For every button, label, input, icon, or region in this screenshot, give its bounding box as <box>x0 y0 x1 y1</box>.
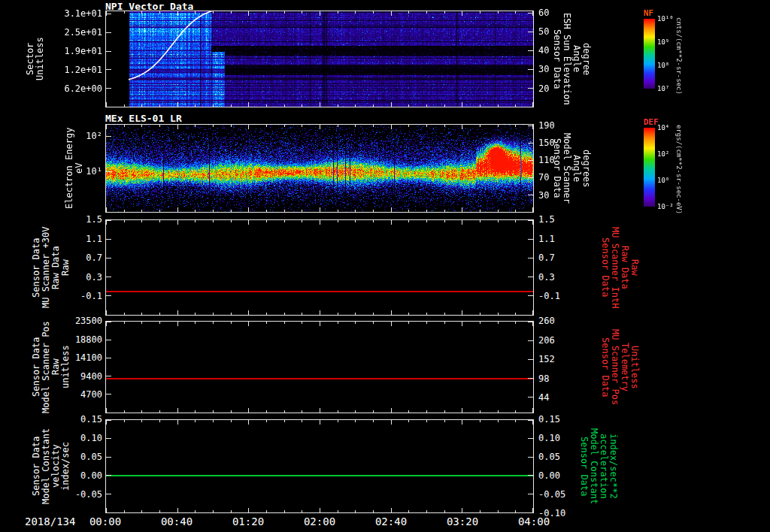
axis-label-line: Raw <box>61 219 71 316</box>
x-tick-mark <box>124 220 125 222</box>
x-tick-mark <box>462 408 462 413</box>
axis-label-line: Telemetry <box>620 321 629 413</box>
y-tick-mark <box>528 475 533 476</box>
y-tick-mark <box>528 420 533 421</box>
x-tick-mark <box>124 410 125 413</box>
x-tick-mark <box>177 508 178 512</box>
panel-4-right-axis-label: Sensor DataMU Scanner PosTelemetryUnitle… <box>600 321 639 413</box>
x-tick-mark <box>302 410 302 413</box>
x-tick-mark <box>302 322 302 324</box>
x-tick-mark <box>124 11 125 14</box>
x-tick-mark <box>480 210 480 212</box>
colorbar-tick-label: 10⁻² <box>657 203 674 210</box>
x-tick-mark <box>284 322 285 324</box>
x-tick-mark <box>480 313 480 315</box>
axis-label-line: Unitless <box>35 11 45 107</box>
x-tick-mark <box>266 210 267 212</box>
x-tick-mark <box>213 11 214 14</box>
x-tick-mark <box>213 104 214 107</box>
x-tick-mark <box>338 104 338 107</box>
x-tick-mark <box>266 125 267 127</box>
x-tick-mark <box>106 508 107 512</box>
x-tick-mark <box>320 220 320 225</box>
y-tick-mark <box>106 258 111 258</box>
x-tick-mark <box>408 210 409 212</box>
x-tick-mark <box>498 420 499 422</box>
x-tick-mark <box>159 510 160 512</box>
x-tick-mark <box>355 410 356 413</box>
x-tick-mark <box>408 322 409 324</box>
x-tick-mark <box>248 220 249 225</box>
y-tick-label: -0.1 <box>538 291 560 301</box>
panel-3-left-axis-label: Sensor DataMU Scanner +30VRaw DataRaw <box>32 219 71 316</box>
axis-label-line: degree <box>581 11 591 107</box>
y-tick-mark <box>528 160 533 161</box>
y-tick-label: 0.00 <box>538 470 560 481</box>
x-tick-mark <box>515 410 516 413</box>
x-tick-mark <box>248 420 249 425</box>
x-tick-mark <box>302 220 302 222</box>
x-tick-mark <box>106 220 107 225</box>
x-tick-mark <box>462 420 462 425</box>
x-tick-mark <box>498 322 499 324</box>
y-tick-mark <box>106 340 111 340</box>
x-tick-mark <box>213 210 214 212</box>
x-tick-mark <box>159 210 160 212</box>
y-tick-mark <box>528 494 533 494</box>
x-tick-mark <box>248 125 249 129</box>
x-tick-mark <box>408 410 409 413</box>
x-tick-mark <box>141 11 142 14</box>
x-tick-mark <box>141 410 142 413</box>
x-tick-mark <box>391 508 392 512</box>
x-tick-mark <box>498 104 499 107</box>
y-tick-mark <box>106 322 111 322</box>
x-tick-mark <box>195 104 196 107</box>
x-tick-mark <box>373 210 374 212</box>
colorbar-1-name: NF <box>644 9 653 18</box>
x-tick-mark <box>195 313 196 315</box>
x-tick-mark <box>177 11 178 16</box>
axis-label-line: Angle <box>571 11 581 107</box>
x-tick-mark <box>338 11 338 14</box>
colorbar-1-unit-label: cnts/(cm**2-sr-sec) <box>675 10 683 102</box>
panel-2-left-axis-label: Electron EnergyeV <box>65 124 84 213</box>
x-tick-mark <box>320 310 320 315</box>
colorbar-2-unit-label: ergs/(cm**2-sr-sec-eV) <box>675 119 683 220</box>
axis-label-line: Model Constant <box>589 419 599 513</box>
x-tick-mark <box>124 125 125 127</box>
y-tick-mark <box>106 69 111 70</box>
x-tick-mark <box>231 410 232 413</box>
panel2-title: MEx ELS-01 LR <box>105 113 182 124</box>
x-tick-mark <box>159 410 160 413</box>
x-axis-tick-label: 01:20 <box>224 516 272 527</box>
x-tick-mark <box>462 102 462 107</box>
x-tick-mark <box>124 510 125 512</box>
x-tick-mark <box>480 410 480 413</box>
panel-1-left-axis-label: SectorUnitless <box>26 11 45 107</box>
panel-2-right-axis-label: Sensor DataModel ScannerAngledegrees <box>552 124 591 213</box>
x-tick-mark <box>320 508 320 512</box>
x-tick-mark <box>355 210 356 212</box>
y-tick-mark <box>528 220 533 221</box>
x-tick-mark <box>106 322 107 326</box>
y-tick-mark <box>528 438 533 439</box>
x-tick-mark <box>391 125 392 129</box>
x-axis-tick-label: 00:00 <box>81 516 129 527</box>
y-tick-mark <box>106 438 111 439</box>
x-tick-mark <box>284 210 285 212</box>
x-tick-mark <box>141 420 142 422</box>
x-tick-mark <box>141 210 142 212</box>
y-tick-mark <box>528 69 533 70</box>
x-tick-mark <box>373 11 374 14</box>
y-tick-mark <box>106 295 111 296</box>
x-tick-mark <box>355 125 356 127</box>
x-tick-mark <box>195 125 196 127</box>
x-axis-tick-label: 02:40 <box>367 516 415 527</box>
x-tick-mark <box>444 220 445 222</box>
x-tick-mark <box>159 420 160 422</box>
x-tick-mark <box>462 207 462 212</box>
x-tick-mark <box>284 510 285 512</box>
y-tick-label: 0.05 <box>538 452 560 462</box>
x-tick-mark <box>426 11 427 14</box>
x-tick-mark <box>338 410 338 413</box>
